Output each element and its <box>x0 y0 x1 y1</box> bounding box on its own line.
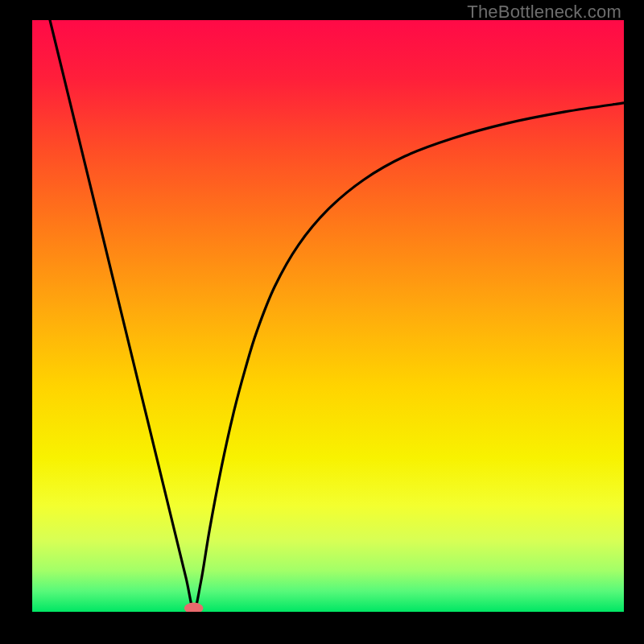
chart-svg <box>32 20 624 612</box>
plot-area <box>32 20 624 612</box>
chart-frame: TheBottleneck.com <box>0 0 644 644</box>
